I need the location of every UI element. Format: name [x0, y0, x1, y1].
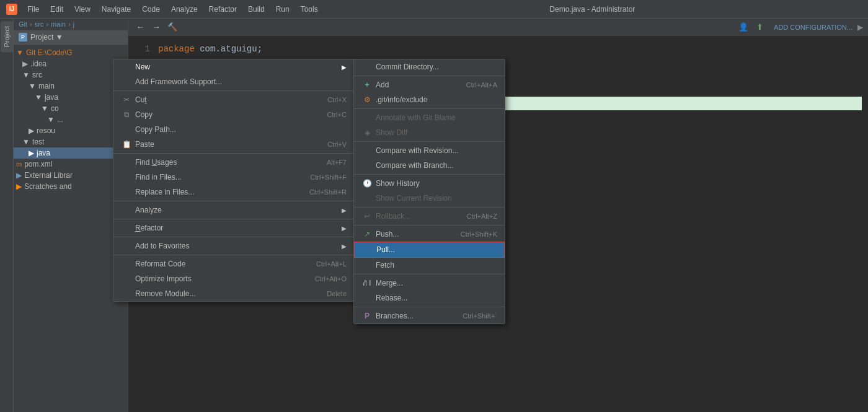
menu-file[interactable]: File	[22, 4, 44, 15]
tree-main-label: main	[38, 82, 55, 90]
tree-java[interactable]: ▼ java	[14, 92, 128, 103]
tree-external[interactable]: ▶ External Librar	[14, 170, 128, 181]
git-sep-7	[354, 274, 505, 274]
menu-edit[interactable]: Edit	[45, 4, 68, 15]
ctx-sep-1	[113, 90, 354, 91]
git-blame: Annotate with Git Blame	[354, 110, 505, 125]
git-add[interactable]: + Add Ctrl+Alt+A	[354, 77, 505, 92]
breadcrumb-j: j	[73, 20, 74, 28]
git-sep-5	[354, 207, 505, 208]
tree-deeper-label: ...	[57, 115, 63, 124]
git-fetch[interactable]: Fetch	[354, 258, 505, 273]
folder-icon-ext: ▶	[16, 171, 22, 180]
git-exclude[interactable]: ⚙ .git/info/exclude	[354, 92, 505, 107]
tree-java-test[interactable]: ▶ java	[14, 147, 128, 159]
git-pull[interactable]: Pull...	[354, 242, 505, 258]
git-icon: ▼	[16, 48, 24, 57]
ctx-sep-4	[113, 219, 354, 219]
menu-navigate[interactable]: Navigate	[97, 4, 136, 15]
git-diff-icon: ◈	[361, 128, 373, 137]
tree-pom[interactable]: m pom.xml	[14, 159, 128, 170]
git-rollback: ↩ Rollback... Ctrl+Alt+Z	[354, 209, 505, 224]
git-sep-2	[354, 108, 505, 109]
git-sep-8	[354, 307, 505, 307]
project-tree: ▼ Git E:\Code\G ▶ .idea ▼ src ▼ main ▼	[14, 45, 128, 412]
tree-external-label: External Librar	[24, 171, 73, 180]
ctx-paste-icon: 📋	[121, 140, 132, 149]
project-panel: Git › src › main › j P Project ▼ ▼ Git E…	[14, 19, 128, 412]
ctx-refactor[interactable]: Refactor	[113, 221, 354, 235]
toolbar-user-btn[interactable]: 👤	[737, 20, 750, 34]
title-bar: IJ File Edit View Navigate Code Analyze …	[0, 0, 868, 19]
tree-co[interactable]: ▼ co	[14, 103, 128, 114]
tree-idea[interactable]: ▶ .idea	[14, 58, 128, 69]
tree-git[interactable]: ▼ Git E:\Code\G	[14, 47, 128, 58]
menu-tools[interactable]: Tools	[296, 4, 323, 15]
toolbar-back-btn[interactable]: ←	[133, 20, 147, 34]
folder-icon-java: ▼	[35, 93, 42, 102]
git-rebase[interactable]: Rebase...	[354, 291, 505, 305]
toolbar-build-btn[interactable]: 🔨	[166, 20, 179, 34]
menu-run[interactable]: Run	[271, 4, 294, 15]
tree-java-label: java	[45, 93, 58, 102]
folder-icon-main: ▼	[29, 82, 36, 90]
git-show-history[interactable]: 🕐 Show History	[354, 176, 505, 191]
menu-analyze[interactable]: Analyze	[166, 4, 203, 15]
tree-test-label: test	[32, 138, 44, 146]
tree-java-test-label: java	[37, 149, 50, 157]
git-merge[interactable]: ⛙ Merge...	[354, 276, 505, 291]
git-rollback-icon: ↩	[361, 212, 373, 221]
ctx-copy-icon: ⧉	[121, 110, 132, 119]
project-icon: P	[19, 33, 27, 42]
ctx-find-usages[interactable]: Find Usages Alt+F7	[113, 155, 354, 170]
tree-test[interactable]: ▼ test	[14, 136, 128, 147]
tree-deeper[interactable]: ▼ ...	[14, 114, 128, 125]
breadcrumb-sep1: ›	[30, 20, 32, 28]
tree-git-label: Git E:\Code\G	[26, 48, 73, 57]
folder-icon-src: ▼	[22, 71, 30, 79]
ctx-reformat[interactable]: Reformat Code Ctrl+Alt+L	[113, 256, 354, 271]
breadcrumb: Git › src › main › j	[14, 19, 128, 30]
menu-refactor[interactable]: Refactor	[204, 4, 242, 15]
ctx-find-files[interactable]: Find in Files... Ctrl+Shift+F	[113, 170, 354, 185]
git-branches[interactable]: P Branches... Ctrl+Shift+`	[354, 309, 505, 323]
tree-src[interactable]: ▼ src	[14, 69, 128, 81]
ctx-analyze[interactable]: Analyze	[113, 203, 354, 217]
ctx-add-favorites[interactable]: Add to Favorites	[113, 239, 354, 253]
project-tab-label[interactable]: Project	[1, 21, 13, 52]
ctx-sep-5	[113, 237, 354, 237]
ctx-optimize[interactable]: Optimize Imports Ctrl+Alt+O	[113, 271, 354, 286]
tree-scratches-label: Scratches and	[24, 182, 72, 191]
folder-icon-deeper: ▼	[47, 115, 55, 124]
tree-scratches[interactable]: ▶ Scratches and	[14, 181, 128, 192]
git-commit-dir[interactable]: Commit Directory...	[354, 59, 505, 74]
ctx-copy[interactable]: ⧉ Copy Ctrl+C	[113, 107, 354, 122]
menu-build[interactable]: Build	[243, 4, 270, 15]
folder-icon-co: ▼	[41, 104, 48, 113]
menu-view[interactable]: View	[69, 4, 95, 15]
ctx-sep-6	[113, 255, 354, 255]
git-history-icon: 🕐	[361, 179, 373, 188]
add-config-btn[interactable]: ADD CONFIGURATION...	[774, 24, 852, 31]
toolbar-fwd-btn[interactable]: →	[149, 20, 163, 34]
git-push[interactable]: ↗ Push... Ctrl+Shift+K	[354, 227, 505, 242]
tree-main[interactable]: ▼ main	[14, 81, 128, 92]
toolbar-vcs-btn[interactable]: ⬆	[753, 20, 766, 34]
ctx-copy-path[interactable]: Copy Path...	[113, 122, 354, 137]
tree-resou[interactable]: ▶ resou	[14, 125, 128, 136]
breadcrumb-git: Git	[19, 20, 27, 28]
tree-resou-label: resou	[37, 126, 55, 135]
ctx-add-framework[interactable]: Add Framework Support...	[113, 74, 354, 89]
git-compare-branch[interactable]: Compare with Branch...	[354, 158, 505, 173]
ctx-paste[interactable]: 📋 Paste Ctrl+V	[113, 137, 354, 152]
ctx-replace-files[interactable]: Replace in Files... Ctrl+Shift+R	[113, 185, 354, 199]
ctx-remove-module[interactable]: Remove Module... Delete	[113, 286, 354, 301]
git-sep-1	[354, 76, 505, 76]
git-compare-revision[interactable]: Compare with Revision...	[354, 143, 505, 158]
ctx-new[interactable]: New	[113, 59, 354, 74]
git-sep-4	[354, 174, 505, 175]
menu-code[interactable]: Code	[137, 4, 165, 15]
toolbar-run-area: ▶	[857, 23, 863, 32]
project-header[interactable]: P Project ▼	[14, 30, 128, 45]
ctx-cut[interactable]: ✂ Cut Ctrl+X	[113, 92, 354, 107]
